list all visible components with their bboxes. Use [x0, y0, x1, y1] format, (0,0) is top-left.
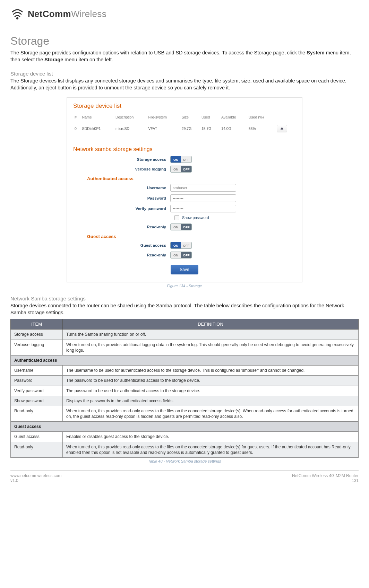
label-username: Username — [73, 186, 170, 190]
cell-size: 29.7G — [180, 121, 200, 136]
col-name: Name — [81, 113, 114, 121]
figure-storage: Storage device list # Name Description F… — [10, 97, 359, 288]
table-row: UsernameThe username to be used for auth… — [11, 366, 359, 376]
def-th-item: ITEM — [11, 319, 63, 330]
item-cell: Read-only — [11, 406, 63, 421]
footer-left: www.netcommwireless.com v1.0 — [10, 473, 61, 483]
item-cell: Guest access — [11, 432, 63, 442]
col-desc: Description — [114, 113, 147, 121]
toggle-on: ON — [171, 156, 181, 163]
col-pct: Used (%) — [247, 113, 275, 121]
footer-product: NetComm Wireless 4G M2M Router — [292, 473, 359, 478]
intro-bold2: Storage — [44, 57, 63, 62]
toggle-storage-access[interactable]: ON OFF — [170, 156, 192, 163]
brand-logo-icon — [10, 7, 24, 21]
table-row: PasswordThe password to be used for auth… — [11, 376, 359, 386]
section-cell: Authenticated access — [11, 355, 359, 365]
svg-point-0 — [16, 17, 18, 19]
definition-cell: When turned on, this provides additional… — [63, 340, 359, 355]
eject-button[interactable] — [277, 125, 287, 132]
label-guest-access: Guest access — [73, 243, 170, 247]
cell-pct: 53% — [247, 121, 275, 136]
label-verify: Verify password — [73, 207, 170, 211]
table-header-row: # Name Description File-system Size Used… — [73, 113, 296, 121]
save-button[interactable]: Save — [171, 265, 198, 274]
definition-cell: When turned on, this provides read-only … — [63, 442, 359, 457]
col-num: # — [73, 113, 81, 121]
storage-device-table: # Name Description File-system Size Used… — [73, 113, 296, 136]
footer-right: NetComm Wireless 4G M2M Router 131 — [292, 473, 359, 483]
item-cell: Read-only — [11, 442, 63, 457]
cell-fs: VFAT — [147, 121, 180, 136]
guest-access-header: Guest access — [87, 234, 296, 239]
toggle-verbose[interactable]: ON OFF — [170, 166, 192, 173]
intro-post: menu item on the left. — [63, 57, 113, 62]
row-password: Password — [73, 194, 296, 202]
toggle-off: OFF — [181, 242, 191, 248]
table-caption: Table 40 - Network Samba storage setting… — [10, 459, 359, 463]
toggle-on: ON — [171, 252, 181, 258]
label-readonly-guest: Read-only — [73, 253, 170, 257]
def-header-row: ITEM DEFINITION — [11, 319, 359, 330]
storage-panel: Storage device list # Name Description F… — [67, 97, 302, 282]
item-cell: Verify password — [11, 386, 63, 396]
definition-cell: Turns the Samba sharing function on or o… — [63, 330, 359, 340]
page-footer: www.netcommwireless.com v1.0 NetComm Wir… — [10, 470, 359, 483]
definition-cell: Displays the passwords in the authentica… — [63, 396, 359, 406]
table-row: Guest accessEnables or disables guest ac… — [11, 432, 359, 442]
username-field[interactable] — [170, 184, 236, 192]
definition-cell: The username to be used for authenticate… — [63, 366, 359, 376]
label-verbose: Verbose logging — [73, 167, 170, 171]
password-field[interactable] — [170, 194, 236, 202]
col-used: Used — [200, 113, 220, 121]
table-row: Authenticated access — [11, 355, 359, 365]
cell-num: 0 — [73, 121, 81, 136]
toggle-off: OFF — [181, 252, 191, 258]
table-row: 0 SDDisk0P1 microSD VFAT 29.7G 15.7G 14.… — [73, 121, 296, 136]
svg-rect-1 — [281, 130, 283, 130]
definition-cell: The password to be used for authenticate… — [63, 386, 359, 396]
section-samba-heading: Network Samba storage settings — [10, 296, 359, 301]
toggle-on: ON — [171, 224, 181, 230]
label-storage-access: Storage access — [73, 157, 170, 161]
panel-title-samba: Network samba storage settings — [73, 146, 296, 152]
row-guest-access: Guest access ON OFF — [73, 242, 296, 249]
table-row: Read-onlyWhen turned on, this provides r… — [11, 406, 359, 421]
figure-caption: Figure 134 - Storage — [167, 284, 202, 288]
toggle-readonly-auth[interactable]: ON OFF — [170, 223, 192, 230]
cell-used: 15.7G — [200, 121, 220, 136]
table-row: Read-onlyWhen turned on, this provides r… — [11, 442, 359, 457]
definition-cell: When turned on, this provides read-only … — [63, 406, 359, 421]
toggle-guest-access[interactable]: ON OFF — [170, 242, 192, 249]
def-th-def: DEFINITION — [63, 319, 359, 330]
footer-page: 131 — [292, 478, 359, 483]
footer-ver: v1.0 — [10, 478, 61, 483]
label-readonly: Read-only — [73, 225, 170, 229]
section-storage-list-heading: Storage device list — [10, 71, 359, 77]
intro-pre: The Storage page provides configuration … — [10, 50, 307, 55]
row-readonly-auth: Read-only ON OFF — [73, 223, 296, 230]
label-showpw: Show password — [182, 216, 209, 220]
cell-desc: microSD — [114, 121, 147, 136]
brand-bold: NetComm — [28, 9, 71, 19]
row-verbose: Verbose logging ON OFF — [73, 166, 296, 173]
cell-avail: 14.0G — [220, 121, 247, 136]
table-row: Verbose loggingWhen turned on, this prov… — [11, 340, 359, 355]
label-password: Password — [73, 196, 170, 200]
col-size: Size — [180, 113, 200, 121]
table-row: Guest access — [11, 422, 359, 432]
footer-url: www.netcommwireless.com — [10, 473, 61, 478]
row-readonly-guest: Read-only ON OFF — [73, 252, 296, 258]
toggle-readonly-guest[interactable]: ON OFF — [170, 252, 192, 258]
toggle-on: ON — [171, 242, 181, 248]
section-cell: Guest access — [11, 422, 359, 432]
section-storage-list-body: The Storage devices list displays any co… — [10, 78, 359, 91]
item-cell: Storage access — [11, 330, 63, 340]
toggle-off: OFF — [181, 166, 191, 172]
row-verify: Verify password — [73, 205, 296, 212]
show-password-checkbox[interactable] — [174, 215, 179, 220]
table-row: Storage accessTurns the Samba sharing fu… — [11, 330, 359, 340]
verify-password-field[interactable] — [170, 205, 236, 212]
item-cell: Password — [11, 376, 63, 386]
intro-paragraph: The Storage page provides configuration … — [10, 50, 359, 63]
